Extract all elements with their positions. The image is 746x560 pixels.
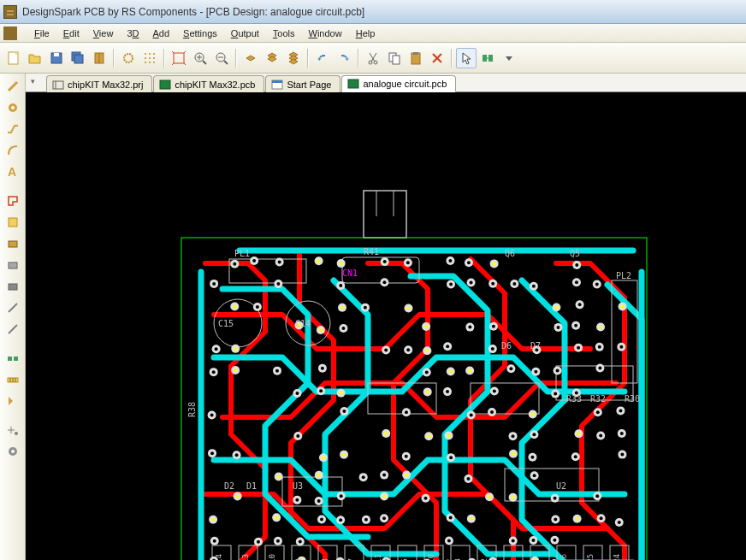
component-tool[interactable] xyxy=(3,349,22,368)
menu-output[interactable]: Output xyxy=(224,26,266,41)
svg-point-112 xyxy=(467,261,471,264)
open-button[interactable] xyxy=(25,48,45,68)
pencil-tool[interactable] xyxy=(3,77,22,96)
svg-point-308 xyxy=(340,494,343,498)
svg-text:U2: U2 xyxy=(556,481,566,491)
library-button[interactable] xyxy=(89,48,110,68)
svg-rect-36 xyxy=(488,55,493,62)
menu-view[interactable]: View xyxy=(86,26,121,41)
svg-point-320 xyxy=(595,494,599,498)
curve-tool[interactable] xyxy=(3,141,22,160)
pcb-canvas[interactable]: PL1 R41 Q6 Q5 PL2 C15 C14 R38 D6 D7 R33 … xyxy=(26,92,746,560)
svg-point-202 xyxy=(321,367,324,370)
saveall-button[interactable] xyxy=(68,48,88,68)
svg-point-216 xyxy=(598,366,601,369)
text-tool[interactable]: A xyxy=(3,162,22,181)
svg-rect-59 xyxy=(53,81,63,89)
svg-point-318 xyxy=(554,497,557,500)
svg-text:D1: D1 xyxy=(246,481,257,491)
menu-settings[interactable]: Settings xyxy=(176,26,224,41)
line-tool[interactable] xyxy=(3,298,22,317)
svg-point-228 xyxy=(493,390,496,393)
tab-start[interactable]: Start Page xyxy=(265,75,340,92)
svg-point-194 xyxy=(619,345,623,349)
poly2-tool[interactable] xyxy=(3,277,22,296)
svg-point-106 xyxy=(383,260,387,263)
svg-point-170 xyxy=(574,324,577,327)
svg-point-128 xyxy=(470,280,473,284)
start-icon xyxy=(271,80,283,90)
menu-file[interactable]: File xyxy=(27,26,56,41)
tab-label: Start Page xyxy=(287,80,331,90)
svg-rect-63 xyxy=(272,80,282,83)
undo-button[interactable] xyxy=(312,48,333,68)
svg-point-330 xyxy=(364,518,368,522)
svg-point-344 xyxy=(618,521,621,524)
zoom-extents-button[interactable] xyxy=(169,48,189,68)
copy-button[interactable] xyxy=(384,48,405,68)
delete-button[interactable] xyxy=(427,48,447,68)
svg-point-336 xyxy=(470,517,473,521)
svg-point-314 xyxy=(488,495,491,498)
fillshape-tool[interactable] xyxy=(3,213,22,232)
svg-text:D10: D10 xyxy=(427,554,435,560)
dropdown-button[interactable] xyxy=(499,48,519,68)
svg-point-146 xyxy=(364,306,367,309)
menu-3d[interactable]: 3D xyxy=(120,26,145,41)
svg-point-168 xyxy=(557,326,560,329)
svg-point-28 xyxy=(374,61,377,64)
track-tool[interactable] xyxy=(3,120,22,139)
layerstack-button[interactable] xyxy=(283,48,304,68)
zoom-out-button[interactable] xyxy=(211,48,232,68)
svg-point-254 xyxy=(427,434,430,438)
drc-tool[interactable] xyxy=(3,392,22,410)
svg-text:PL2: PL2 xyxy=(616,271,631,280)
svg-text:R33: R33 xyxy=(566,394,582,404)
measure-tool[interactable] xyxy=(3,370,22,389)
settings-button[interactable] xyxy=(118,48,139,68)
svg-point-220 xyxy=(319,389,323,392)
tab-pcb1[interactable]: chipKIT Max32.pcb xyxy=(153,75,264,92)
svg-point-360 xyxy=(553,539,556,542)
save-button[interactable] xyxy=(46,48,67,68)
menu-add[interactable]: Add xyxy=(145,26,176,41)
svg-point-108 xyxy=(406,261,410,264)
svg-point-369 xyxy=(382,557,390,560)
tab-prj[interactable]: chipKIT Max32.prj xyxy=(46,75,152,92)
svg-point-154 xyxy=(621,305,625,309)
via-tool[interactable] xyxy=(3,442,22,461)
crossprobe-button[interactable] xyxy=(477,48,498,68)
rect-tool[interactable] xyxy=(3,234,22,253)
paste-button[interactable] xyxy=(406,48,426,68)
redo-button[interactable] xyxy=(334,48,354,68)
svg-point-186 xyxy=(491,347,494,351)
menu-help[interactable]: Help xyxy=(349,26,382,41)
pad-tool[interactable] xyxy=(3,98,22,117)
layers-button[interactable] xyxy=(262,48,282,68)
menu-window[interactable]: Window xyxy=(302,26,349,41)
svg-point-268 xyxy=(210,451,214,455)
origin-tool[interactable] xyxy=(3,421,22,439)
svg-point-236 xyxy=(342,410,346,413)
svg-point-354 xyxy=(447,539,451,542)
svg-point-13 xyxy=(153,57,155,59)
svg-point-252 xyxy=(384,432,388,435)
select-button[interactable] xyxy=(456,48,477,68)
zoom-in-button[interactable] xyxy=(190,48,210,68)
grid-button[interactable] xyxy=(139,48,160,68)
cut-button[interactable] xyxy=(363,48,383,68)
svg-point-326 xyxy=(320,518,323,522)
svg-point-162 xyxy=(424,325,428,328)
svg-point-206 xyxy=(449,369,453,373)
menu-edit[interactable]: Edit xyxy=(56,26,86,41)
layer-button[interactable] xyxy=(240,48,261,68)
shape-tool[interactable] xyxy=(3,192,22,210)
svg-point-310 xyxy=(382,494,386,498)
poly-tool[interactable] xyxy=(3,256,22,274)
new-button[interactable] xyxy=(3,48,24,68)
tab-pcb2[interactable]: analogue circuit.pcb xyxy=(341,75,456,92)
menu-tools[interactable]: Tools xyxy=(266,26,302,41)
svg-text:Q6: Q6 xyxy=(505,249,515,258)
svg-point-238 xyxy=(405,410,408,414)
line2-tool[interactable] xyxy=(3,320,22,339)
